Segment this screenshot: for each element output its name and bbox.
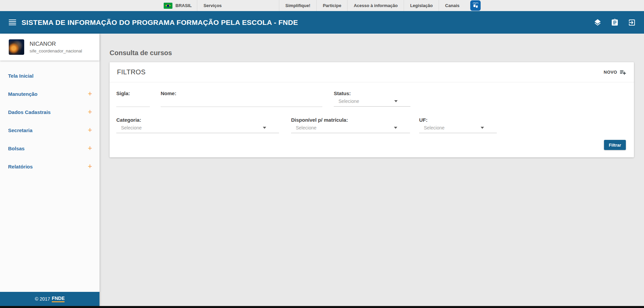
- gov-link-acesso-informacao[interactable]: Acesso à informação: [348, 0, 404, 11]
- expand-plus-icon: +: [88, 108, 92, 116]
- gov-link-label: Serviços: [203, 3, 222, 8]
- sidebar-item-tela-inicial[interactable]: Tela Inicial: [0, 67, 99, 85]
- user-role: sife_coordenador_nacional: [30, 48, 82, 53]
- gov-link-label: Simplifique!: [285, 3, 310, 8]
- disponivel-matricula-label: Disponível p/ matrícula:: [291, 117, 410, 123]
- hands-icon: [472, 2, 479, 9]
- nome-input[interactable]: [161, 96, 322, 107]
- gov-link-label: Acesso à informação: [354, 3, 398, 8]
- page-title: Consulta de cursos: [110, 49, 634, 57]
- gov-link-legislacao[interactable]: Legislação: [404, 0, 439, 11]
- sidebar-item-label: Secretaria: [8, 127, 33, 133]
- app-title: SISTEMA DE INFORMAÇÃO DO PROGRAMA FORMAÇ…: [22, 18, 298, 27]
- uf-field: UF: Selecione: [419, 117, 497, 133]
- expand-plus-icon: +: [88, 126, 92, 134]
- uf-select[interactable]: Selecione: [419, 123, 497, 133]
- sidebar: NICANOR sife_coordenador_nacional Tela I…: [0, 34, 99, 306]
- disponivel-matricula-select[interactable]: Selecione: [291, 123, 410, 133]
- sidebar-item-secretaria[interactable]: Secretaria +: [0, 121, 99, 139]
- filters-title: FILTROS: [117, 68, 146, 76]
- sigla-field: Sigla:: [116, 90, 150, 107]
- disponivel-placeholder: Selecione: [296, 125, 394, 130]
- gov-link-label: Canais: [445, 3, 459, 8]
- sidebar-item-label: Manutenção: [8, 91, 38, 97]
- sidebar-footer: © 2017 FNDE: [0, 292, 99, 306]
- brazil-flag-icon: [164, 3, 172, 9]
- expand-plus-icon: +: [88, 145, 92, 152]
- sidebar-item-label: Relatórios: [8, 164, 33, 169]
- gov-link-label: Legislação: [410, 3, 433, 8]
- nome-label: Nome:: [161, 90, 322, 96]
- filters-row-2: Categoria: Selecione Disponível p/ matrí…: [116, 117, 627, 133]
- sigla-label: Sigla:: [116, 90, 150, 96]
- gov-bar-right: Simplifique! Participe Acesso à informaç…: [279, 0, 481, 11]
- gov-brand-label: BRASIL: [175, 3, 192, 8]
- filters-card-header: FILTROS NOVO: [110, 62, 634, 82]
- copyright-text: © 2017: [35, 296, 50, 302]
- disponivel-matricula-field: Disponível p/ matrícula: Selecione: [291, 117, 410, 133]
- gov-link-simplifique[interactable]: Simplifique!: [279, 0, 316, 11]
- gov-link-canais[interactable]: Canais: [439, 0, 466, 11]
- user-panel: NICANOR sife_coordenador_nacional: [0, 34, 99, 61]
- expand-plus-icon: +: [88, 163, 92, 170]
- categoria-label: Categoria:: [116, 117, 279, 123]
- gov-bar-left: BRASIL Serviços: [164, 0, 228, 11]
- main-content: Consulta de cursos FILTROS NOVO Sigla:: [99, 34, 644, 306]
- status-select[interactable]: Selecione: [334, 96, 410, 107]
- gov-link-label: Participe: [323, 3, 341, 8]
- uf-placeholder: Selecione: [424, 125, 481, 130]
- screen: BRASIL Serviços Simplifique! Participe A…: [0, 0, 644, 308]
- filtrar-button[interactable]: Filtrar: [604, 140, 626, 150]
- bottom-edge-strip: [0, 306, 644, 308]
- novo-label: NOVO: [604, 70, 617, 75]
- chevron-down-icon: [263, 127, 266, 129]
- gov-link-servicos[interactable]: Serviços: [197, 0, 228, 11]
- filters-row-1: Sigla: Nome: Status: Selecione: [116, 90, 627, 107]
- layers-icon[interactable]: [594, 18, 602, 27]
- categoria-select[interactable]: Selecione: [116, 123, 279, 133]
- status-placeholder: Selecione: [338, 99, 394, 104]
- sidebar-item-label: Tela Inicial: [8, 73, 34, 79]
- gov-bar: BRASIL Serviços Simplifique! Participe A…: [0, 0, 644, 11]
- status-field: Status: Selecione: [334, 90, 410, 107]
- app-header: SISTEMA DE INFORMAÇÃO DO PROGRAMA FORMAÇ…: [0, 11, 644, 34]
- sidebar-item-label: Bolsas: [8, 146, 25, 151]
- sigla-input[interactable]: [116, 96, 150, 107]
- categoria-placeholder: Selecione: [121, 125, 263, 130]
- assignment-icon[interactable]: [611, 18, 619, 27]
- sidebar-item-label: Dados Cadastrais: [8, 109, 51, 115]
- sidebar-item-manutencao[interactable]: Manutenção +: [0, 85, 99, 103]
- user-info: NICANOR sife_coordenador_nacional: [30, 41, 82, 53]
- expand-plus-icon: +: [88, 90, 92, 98]
- filters-card-body: Sigla: Nome: Status: Selecione: [110, 82, 634, 157]
- menu-icon[interactable]: [9, 20, 16, 25]
- filters-actions: Filtrar: [116, 140, 627, 150]
- user-avatar: [9, 39, 24, 55]
- sidebar-item-dados-cadastrais[interactable]: Dados Cadastrais +: [0, 103, 99, 121]
- nome-field: Nome:: [161, 90, 322, 107]
- uf-label: UF:: [419, 117, 497, 123]
- logout-icon[interactable]: [628, 18, 636, 27]
- categoria-field: Categoria: Selecione: [116, 117, 279, 133]
- chevron-down-icon: [481, 127, 484, 129]
- gov-link-participe[interactable]: Participe: [317, 0, 347, 11]
- user-name: NICANOR: [30, 41, 82, 47]
- sidebar-item-relatorios[interactable]: Relatórios +: [0, 157, 99, 176]
- header-icons: [594, 18, 644, 27]
- filters-card: FILTROS NOVO Sigla: Nome:: [110, 62, 634, 157]
- sidebar-menu: Tela Inicial Manutenção + Dados Cadastra…: [0, 61, 99, 176]
- vlibras-accessibility-icon[interactable]: [470, 0, 481, 11]
- fnde-link[interactable]: FNDE: [52, 296, 65, 302]
- gov-brand[interactable]: BRASIL: [164, 0, 197, 11]
- novo-button[interactable]: NOVO: [604, 69, 627, 76]
- status-label: Status:: [334, 90, 410, 96]
- playlist-add-icon: [619, 69, 627, 76]
- chevron-down-icon: [394, 100, 398, 102]
- chevron-down-icon: [394, 127, 397, 129]
- sidebar-item-bolsas[interactable]: Bolsas +: [0, 139, 99, 157]
